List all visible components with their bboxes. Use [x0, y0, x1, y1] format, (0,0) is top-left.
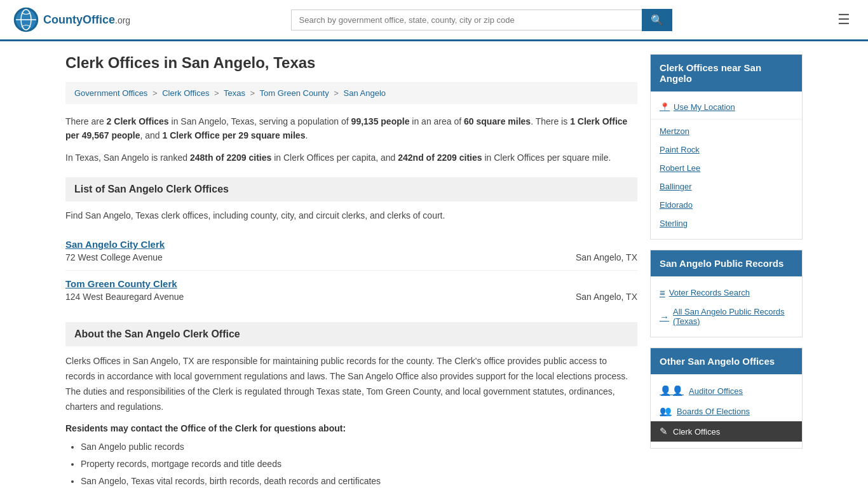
sidebar-link-sterling[interactable]: Sterling [651, 214, 802, 233]
breadcrumb-tom-green-county[interactable]: Tom Green County [260, 88, 329, 98]
content-area: Clerk Offices in San Angelo, Texas Gover… [65, 54, 637, 488]
sidebar-link-paint-rock[interactable]: Paint Rock [651, 140, 802, 159]
office-city-2: San Angelo, TX [576, 292, 637, 302]
residents-label: Residents may contact the Office of the … [65, 423, 637, 433]
list-section: List of San Angelo Clerk Offices Find Sa… [65, 177, 637, 309]
list-item: San Angelo, Texas vital records, birth r… [81, 473, 637, 488]
logo-icon [13, 6, 39, 33]
search-input[interactable] [291, 10, 642, 30]
about-section-header: About the San Angelo Clerk Office [65, 322, 637, 346]
elections-icon: 👥 [660, 405, 672, 417]
list-section-description: Find San Angelo, Texas clerk offices, in… [65, 209, 637, 222]
use-my-location-link[interactable]: 📍 Use My Location [651, 98, 802, 116]
office-row-2: 124 West Beauregard Avenue San Angelo, T… [65, 292, 637, 302]
logo-wordmark: CountyOffice.org [43, 13, 130, 27]
office-city-1: San Angelo, TX [576, 252, 637, 262]
search-button[interactable]: 🔍 [642, 9, 672, 31]
header: CountyOffice.org 🔍 ☰ [0, 0, 868, 41]
location-pin-icon: 📍 [660, 102, 670, 112]
logo-org-text: .org [115, 15, 130, 25]
about-text: Clerks Offices in San Angelo, TX are res… [65, 354, 637, 414]
about-section: About the San Angelo Clerk Office Clerks… [65, 322, 637, 488]
list-section-header: List of San Angelo Clerk Offices [65, 177, 637, 201]
auditor-offices-link[interactable]: 👤👤 Auditor Offices [651, 381, 802, 401]
breadcrumb-san-angelo[interactable]: San Angelo [344, 88, 386, 98]
breadcrumb-texas[interactable]: Texas [224, 88, 245, 98]
list-item: Property records, mortgage records and t… [81, 456, 637, 473]
sidebar-public-records-header: San Angelo Public Records [651, 250, 802, 276]
breadcrumb: Government Offices > Clerk Offices > Tex… [65, 82, 637, 104]
intro-paragraph-2: In Texas, San Angelo is ranked 248th of … [65, 151, 637, 165]
breadcrumb-clerk-offices[interactable]: Clerk Offices [162, 88, 209, 98]
sidebar-public-records: San Angelo Public Records ≡ Voter Record… [650, 250, 803, 337]
search-area: 🔍 [291, 9, 672, 31]
main-layout: Clerk Offices in San Angelo, Texas Gover… [53, 41, 815, 488]
list-icon: ≡ [660, 287, 665, 298]
sidebar-link-eldorado[interactable]: Eldorado [651, 196, 802, 214]
breadcrumb-government-offices[interactable]: Government Offices [74, 88, 147, 98]
office-address-1: 72 West College Avenue [65, 252, 163, 262]
sidebar-other-offices-header: Other San Angelo Offices [651, 348, 802, 374]
sidebar-other-offices: Other San Angelo Offices 👤👤 Auditor Offi… [650, 348, 803, 449]
sidebar-public-records-body: ≡ Voter Records Search → All San Angelo … [651, 276, 802, 337]
sidebar-clerk-offices-near-header: Clerk Offices near San Angelo [651, 55, 802, 92]
office-name-2[interactable]: Tom Green County Clerk [65, 278, 637, 289]
office-address-2: 124 West Beauregard Avenue [65, 292, 184, 302]
sidebar-link-robert-lee[interactable]: Robert Lee [651, 159, 802, 177]
sidebar-other-offices-body: 👤👤 Auditor Offices 👥 Boards Of Elections… [651, 374, 802, 448]
sidebar-link-mertzon[interactable]: Mertzon [651, 122, 802, 140]
office-entry-1: San Angelo City Clerk 72 West College Av… [65, 231, 637, 271]
office-name-1[interactable]: San Angelo City Clerk [65, 239, 637, 250]
office-row-1: 72 West College Avenue San Angelo, TX [65, 252, 637, 262]
page-title: Clerk Offices in San Angelo, Texas [65, 54, 637, 72]
sidebar-clerk-offices-near: Clerk Offices near San Angelo 📍 Use My L… [650, 54, 803, 240]
hamburger-menu-button[interactable]: ☰ [832, 9, 855, 30]
logo[interactable]: CountyOffice.org [13, 6, 130, 33]
sidebar-clerk-offices-body: 📍 Use My Location Mertzon Paint Rock Rob… [651, 92, 802, 239]
sidebar-link-ballinger[interactable]: Ballinger [651, 177, 802, 196]
auditor-icon: 👤👤 [660, 385, 684, 396]
voter-records-link[interactable]: ≡ Voter Records Search [651, 283, 802, 302]
residents-list: San Angelo public records Property recor… [65, 438, 637, 488]
arrow-icon: → [660, 311, 669, 322]
clerk-offices-link[interactable]: ✎ Clerk Offices [651, 421, 802, 442]
list-item: San Angelo public records [81, 438, 637, 456]
boards-of-elections-link[interactable]: 👥 Boards Of Elections [651, 401, 802, 421]
logo-main-text: CountyOffice [43, 13, 115, 26]
all-public-records-link[interactable]: → All San Angelo Public Records (Texas) [651, 302, 802, 330]
office-entry-2: Tom Green County Clerk 124 West Beaurega… [65, 271, 637, 309]
intro-paragraph-1: There are 2 Clerk Offices in San Angelo,… [65, 114, 637, 143]
sidebar: Clerk Offices near San Angelo 📍 Use My L… [650, 54, 803, 488]
clerk-icon: ✎ [660, 426, 668, 437]
